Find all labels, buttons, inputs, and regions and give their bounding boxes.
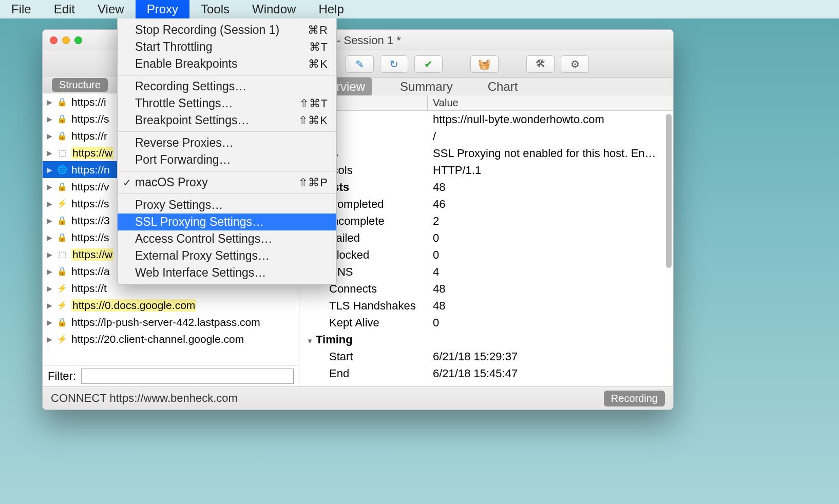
detail-value: 6/21/18 15:29:37 [428,350,673,363]
disclosure-icon[interactable]: ▶ [46,301,53,309]
scrollbar[interactable] [666,114,672,268]
filter-bar: Filter: [43,365,299,386]
menu-window[interactable]: Window [241,0,307,18]
filter-input[interactable] [81,369,294,384]
lock-icon: 🔒 [57,97,67,107]
menuitem-external-proxy-settings[interactable]: External Proxy Settings… [118,247,336,264]
disclosure-icon[interactable]: ▶ [46,267,53,276]
detail-value: 0 [428,316,673,329]
menuitem-macos-proxy[interactable]: ✓macOS Proxy⇧⌘P [118,174,336,191]
detail-row[interactable]: ▼Timing [299,331,673,348]
detail-key: Incomplete [329,215,385,227]
disclosure-icon[interactable]: ▶ [46,250,53,259]
filter-label: Filter: [48,370,76,383]
menu-edit[interactable]: Edit [43,0,86,18]
menuitem-reverse-proxies[interactable]: Reverse Proxies… [118,134,336,151]
detail-row[interactable]: th/ [299,128,673,145]
basket-button[interactable]: 🧺 [470,55,499,73]
menu-file[interactable]: File [0,0,43,18]
detail-key: Kept Alive [329,316,379,329]
detail-row[interactable]: Blocked0 [299,246,673,263]
disclosure-icon[interactable]: ▶ [46,149,53,157]
detail-row[interactable]: Completed46 [299,196,673,212]
disclosure-icon[interactable]: ▶ [46,234,53,242]
bolt-icon: ⚡ [57,300,67,311]
disclosure-icon[interactable]: ▼ [307,337,314,345]
tree-row[interactable]: ▶🔒https://lp-push-server-442.lastpass.co… [43,314,299,331]
refresh-button[interactable]: ↻ [380,55,408,73]
menuitem-start-throttling[interactable]: Start Throttling⌘T [118,38,336,55]
detail-row[interactable]: End6/21/18 15:45:47 [299,365,673,382]
tree-label: https://20.client-channel.google.com [71,333,244,345]
col-value[interactable]: Value [428,95,673,110]
tab-summary[interactable]: Summary [393,77,460,96]
menuitem-label: Throttle Settings… [135,96,233,110]
disclosure-icon[interactable]: ▶ [46,200,53,208]
shortcut: ⇧⌘K [298,114,328,127]
shortcut: ⇧⌘P [298,176,328,189]
tree-label: https://t [71,282,107,295]
detail-row[interactable]: otocolsHTTP/1.1 [299,162,673,179]
detail-value: 0 [428,248,673,262]
menuitem-label: Breakpoint Settings… [135,113,249,127]
basket-icon: 🧺 [478,58,491,70]
detail-row[interactable]: TLS Handshakes48 [299,297,673,314]
detail-row[interactable]: Failed0 [299,229,673,246]
menuitem-label: Access Control Settings… [135,232,272,246]
shortcut: ⌘K [308,57,328,71]
check-button[interactable]: ✔ [414,55,443,73]
pencil-button[interactable]: ✎ [346,55,374,73]
lock-icon: 🔒 [57,317,67,327]
bolt-icon: ⚡ [57,283,67,294]
menuitem-proxy-settings[interactable]: Proxy Settings… [118,197,336,214]
disclosure-icon[interactable]: ▶ [46,166,53,174]
menuitem-recording-settings[interactable]: Recording Settings… [118,78,336,95]
disclosure-icon[interactable]: ▶ [46,98,53,106]
lock-icon: 🔒 [57,266,67,277]
tab-chart[interactable]: Chart [481,77,525,96]
recording-badge[interactable]: Recording [604,391,665,406]
detail-row[interactable]: otesSSL Proxying not enabled for this ho… [299,145,673,162]
menu-proxy[interactable]: Proxy [136,0,189,18]
menuitem-ssl-proxying-settings[interactable]: SSL Proxying Settings… [118,214,336,230]
menuitem-stop-recording-session-1[interactable]: Stop Recording (Session 1)⌘R [118,22,336,38]
disclosure-icon[interactable]: ▶ [46,115,53,123]
tree-row[interactable]: ▶⚡https://20.client-channel.google.com [43,331,299,347]
globe-icon: 🌐 [57,165,67,175]
disclosure-icon[interactable]: ▶ [46,132,53,140]
detail-row[interactable]: Connects48 [299,280,673,297]
menuitem-port-forwarding[interactable]: Port Forwarding… [118,151,336,168]
menuitem-throttle-settings[interactable]: Throttle Settings…⇧⌘T [118,95,336,112]
detail-row[interactable]: Start6/21/18 15:29:37 [299,348,673,365]
bolt-icon: ⚡ [57,334,67,344]
detail-row[interactable]: Kept Alive0 [299,314,673,331]
tools-button[interactable]: 🛠 [526,55,555,73]
disclosure-icon[interactable]: ▶ [46,318,53,326]
detail-row[interactable]: DNS4 [299,263,673,280]
menuitem-breakpoint-settings[interactable]: Breakpoint Settings…⇧⌘K [118,112,336,129]
detail-row[interactable]: osthttps://null-byte.wonderhowto.com [299,111,673,128]
status-text: CONNECT https://www.benheck.com [51,392,238,405]
disclosure-icon[interactable]: ▶ [46,284,53,293]
detail-row[interactable]: equests48 [299,179,673,196]
disclosure-icon[interactable]: ▶ [46,217,53,225]
disclosure-icon[interactable]: ▶ [46,335,53,343]
gear-button[interactable]: ⚙ [561,55,589,73]
detail-value: https://null-byte.wonderhowto.com [428,113,673,126]
menu-help[interactable]: Help [307,0,355,18]
structure-tab[interactable]: Structure [52,78,108,92]
shortcut: ⇧⌘T [299,97,328,110]
detail-row[interactable]: Incomplete2 [299,212,673,229]
menuitem-access-control-settings[interactable]: Access Control Settings… [118,230,336,247]
disclosure-icon[interactable]: ▶ [46,183,53,191]
menu-view[interactable]: View [86,0,136,18]
tree-row[interactable]: ▶⚡https://0.docs.google.com [43,297,299,314]
menuitem-label: Recording Settings… [135,80,246,93]
tree-label: https://s [71,231,109,244]
menuitem-web-interface-settings[interactable]: Web Interface Settings… [118,264,336,281]
menu-tools[interactable]: Tools [189,0,241,18]
lock-icon: 🔒 [57,182,67,192]
menuitem-label: External Proxy Settings… [135,249,270,263]
menuitem-label: Proxy Settings… [135,198,223,212]
menuitem-enable-breakpoints[interactable]: Enable Breakpoints⌘K [118,55,336,72]
